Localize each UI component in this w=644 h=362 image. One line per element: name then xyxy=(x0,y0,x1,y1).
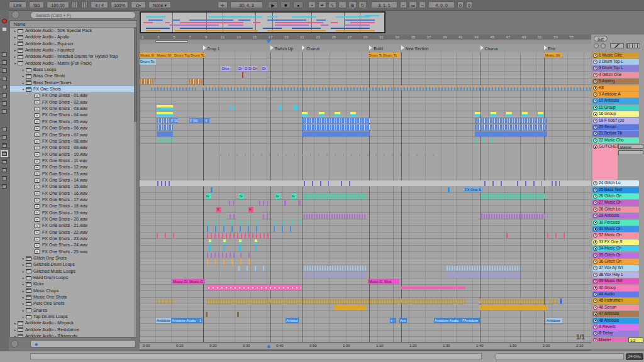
track-play-icon[interactable] xyxy=(593,188,597,192)
effects-icon[interactable] xyxy=(2,77,7,81)
clip[interactable]: Antidote Audio - 1 xyxy=(171,318,203,323)
locator-flag[interactable]: New Section xyxy=(401,45,429,52)
browser-item[interactable]: ≋FX One Shots - 02.wav xyxy=(10,99,136,106)
track-play-icon[interactable] xyxy=(593,233,597,238)
loop-region[interactable] xyxy=(155,40,188,43)
preview-toggle-icon[interactable] xyxy=(11,340,18,348)
clip[interactable]: Music Gl xyxy=(172,279,189,284)
track-stop-icon[interactable] xyxy=(593,240,597,244)
browser-item[interactable]: ▸Glitch One Shots xyxy=(10,255,136,261)
track-name-chip[interactable]: 5 Analog xyxy=(592,79,639,84)
clip[interactable] xyxy=(491,112,496,117)
clip[interactable] xyxy=(401,287,465,289)
clip[interactable] xyxy=(275,220,301,225)
track-name-chip[interactable]: 48 Antidote xyxy=(592,318,639,324)
loop-switch[interactable]: ▭ xyxy=(409,1,417,8)
clip[interactable] xyxy=(157,124,173,129)
clip[interactable] xyxy=(206,312,208,317)
track-play-icon[interactable] xyxy=(593,60,597,64)
clip[interactable] xyxy=(552,181,560,186)
clip[interactable] xyxy=(259,200,269,206)
clip[interactable] xyxy=(209,239,211,244)
track-play-icon[interactable] xyxy=(593,181,597,185)
clip[interactable]: D Dru xyxy=(244,66,252,71)
browser-item[interactable]: ≋FX One Shots - 21.wav xyxy=(10,222,136,229)
clip[interactable] xyxy=(302,124,370,129)
expand-arrow-icon[interactable]: ▸ xyxy=(21,73,26,79)
clip[interactable]: Mus xyxy=(384,279,399,284)
clip[interactable] xyxy=(448,187,450,192)
track-name-chip[interactable]: 19 F 0067 (20 xyxy=(592,118,639,124)
track-header[interactable]: 37 Vox Ay Wl xyxy=(591,265,644,272)
locator-flag[interactable]: Switch Up xyxy=(270,45,293,52)
browser-preview-bar[interactable]: ◆ xyxy=(30,340,136,348)
browser-item[interactable]: ≋FX One Shots - 11.wav xyxy=(10,158,136,164)
clip[interactable] xyxy=(140,79,153,84)
clips-icon[interactable] xyxy=(2,93,7,97)
track-stop-icon[interactable] xyxy=(593,221,597,225)
track-header[interactable]: 47 Antidote xyxy=(591,311,644,317)
clip[interactable] xyxy=(239,246,241,251)
track-play-icon[interactable] xyxy=(593,99,597,103)
expand-arrow-icon[interactable]: ▸ xyxy=(13,327,18,333)
browser-item[interactable]: ▸Perc One Shots xyxy=(10,300,136,307)
clip[interactable]: 4 xyxy=(204,118,209,123)
clip[interactable]: Music Gli xyxy=(544,53,562,58)
expand-arrow-icon[interactable]: ▸ xyxy=(13,28,18,34)
expand-arrow-icon[interactable]: ▸ xyxy=(13,333,18,337)
folder-3-icon[interactable] xyxy=(2,176,7,180)
arrangement-grid[interactable]: Music GMusic GlDrum TopDrum TcDrum ToDru… xyxy=(140,52,591,342)
clip[interactable]: Antidot xyxy=(286,318,299,323)
clip[interactable] xyxy=(475,112,480,117)
automation-lane-icon[interactable] xyxy=(610,43,624,48)
clip[interactable] xyxy=(230,105,236,110)
track-play-icon[interactable] xyxy=(593,138,597,143)
browser-item[interactable]: ≋FX One Shots - 18.wav xyxy=(10,203,136,209)
clip[interactable] xyxy=(284,200,286,206)
clip[interactable] xyxy=(304,194,367,199)
locator-flag[interactable]: Build xyxy=(369,45,382,52)
clip[interactable]: K xyxy=(248,207,253,212)
track-header[interactable]: 48 Antidote xyxy=(591,317,644,324)
clip[interactable]: F 00 xyxy=(170,118,178,123)
link-button[interactable]: Link xyxy=(9,1,26,8)
loop-start-field[interactable]: 3. 1. 1 xyxy=(371,1,397,8)
current-project-icon[interactable] xyxy=(2,143,7,148)
clip[interactable] xyxy=(157,138,173,143)
track-header[interactable]: 4 Glitch One xyxy=(591,72,644,78)
track-header[interactable]: 16 Group xyxy=(591,111,644,118)
overdub-button[interactable]: + xyxy=(308,1,316,8)
browser-item[interactable]: ▾FX One Shots xyxy=(10,86,136,92)
track-name-chip[interactable]: 33 FX One S xyxy=(592,239,639,245)
track-name-chip[interactable]: 22 Music Cho xyxy=(592,138,639,143)
clip[interactable]: Drum Top xyxy=(174,53,190,58)
expand-arrow-icon[interactable]: ▸ xyxy=(21,261,26,268)
browser-item[interactable]: ▸Antidote Audio - Haunted xyxy=(10,47,136,53)
clip[interactable] xyxy=(506,112,512,117)
clip[interactable] xyxy=(157,118,170,123)
arrangement-track-row[interactable] xyxy=(140,72,591,78)
track-play-icon[interactable] xyxy=(593,92,597,97)
collections-icon[interactable] xyxy=(2,127,7,131)
track-name-chip[interactable]: 39 Music Glit xyxy=(592,278,639,284)
record-dot-icon[interactable] xyxy=(2,19,7,23)
browser-item[interactable]: ≋FX One Shots - 24.wav xyxy=(10,242,136,248)
arrangement-track-row[interactable] xyxy=(140,104,591,111)
clip[interactable] xyxy=(255,246,257,251)
expand-arrow-icon[interactable]: ▸ xyxy=(13,47,18,53)
browser-item[interactable]: ≋FX One Shots - 15.wav xyxy=(10,184,136,190)
clip[interactable] xyxy=(274,226,297,231)
arrangement-track-row[interactable] xyxy=(140,200,591,206)
search-input[interactable]: Search (Cmd + F) xyxy=(30,11,136,19)
browser-item[interactable]: ≋FX One Shots - 17.wav xyxy=(10,197,136,203)
browser-name-header[interactable]: Name xyxy=(10,21,136,28)
clip[interactable] xyxy=(207,233,271,238)
clip[interactable] xyxy=(151,85,197,90)
returns-toggle-icon[interactable] xyxy=(601,43,606,48)
track-output-chip[interactable]: 1/2 xyxy=(628,337,643,343)
clip[interactable] xyxy=(240,259,257,264)
track-header[interactable]: 44 Audio xyxy=(591,291,644,297)
grooves-icon[interactable] xyxy=(2,109,7,114)
clip[interactable] xyxy=(475,118,547,123)
clip[interactable] xyxy=(302,112,308,117)
